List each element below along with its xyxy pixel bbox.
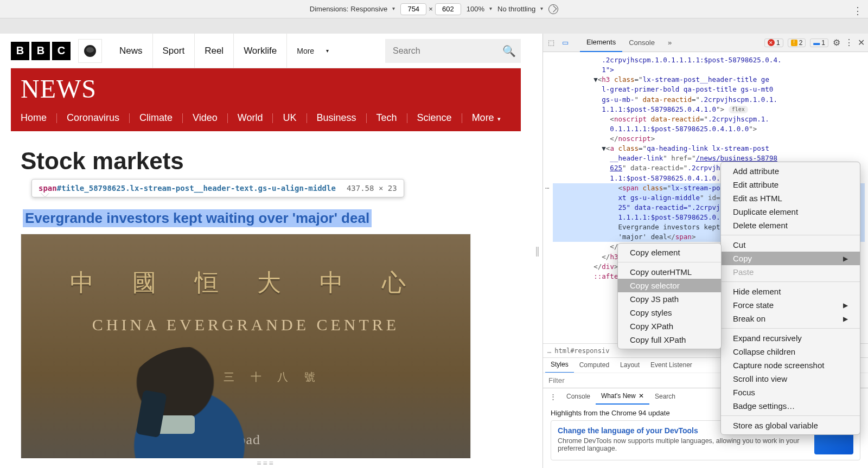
- flex-badge[interactable]: flex: [729, 106, 748, 114]
- drawer-tab-whatsnew[interactable]: What's New ✕: [596, 388, 649, 405]
- context-menu[interactable]: Add attributeEdit attributeEdit as HTMLD…: [720, 162, 860, 435]
- dimensions-label: Dimensions:: [310, 5, 349, 13]
- menu-item-add-attribute[interactable]: Add attribute: [721, 164, 860, 178]
- nav-worklife[interactable]: Worklife: [233, 34, 286, 68]
- gear-icon[interactable]: ⚙: [833, 37, 840, 48]
- account-button[interactable]: [78, 39, 102, 63]
- menu-item-focus[interactable]: Focus: [721, 386, 860, 399]
- zoom-select[interactable]: 100%: [467, 5, 492, 13]
- nav-sport[interactable]: Sport: [152, 34, 195, 68]
- width-input[interactable]: [400, 3, 426, 15]
- tab-more[interactable]: »: [661, 34, 678, 52]
- tab-eventlisteners[interactable]: Event Listener: [645, 358, 698, 373]
- news-nav: Home Coronavirus Climate Video World UK …: [11, 108, 521, 131]
- menu-item-capture-node-screenshot[interactable]: Capture node screenshot: [721, 358, 860, 372]
- drawer-tab-console[interactable]: Console: [561, 389, 596, 404]
- device-icon[interactable]: ▭: [560, 39, 570, 47]
- chevron-down-icon: ▾: [326, 34, 329, 68]
- logo-letter: C: [52, 42, 71, 60]
- menu-item-edit-attribute[interactable]: Edit attribute: [721, 178, 860, 191]
- ruler-bar: [0, 18, 868, 34]
- devtools-menu[interactable]: ⋮: [845, 37, 853, 48]
- news-title: NEWS: [11, 68, 521, 108]
- search-icon[interactable]: 🔍: [502, 44, 516, 57]
- copy-submenu[interactable]: Copy elementCopy outerHTMLCopy selectorC…: [617, 243, 722, 349]
- error-badge[interactable]: 1: [764, 39, 783, 47]
- news-nav-tech[interactable]: Tech: [376, 108, 397, 128]
- news-nav-climate[interactable]: Climate: [139, 108, 173, 128]
- account-icon: [84, 45, 96, 57]
- news-nav-uk[interactable]: UK: [283, 108, 296, 128]
- close-icon[interactable]: ✕: [858, 37, 865, 48]
- news-banner: NEWS Home Coronavirus Climate Video Worl…: [11, 68, 521, 131]
- menu-item-duplicate-element[interactable]: Duplicate element: [721, 205, 860, 219]
- news-nav-video[interactable]: Video: [193, 108, 218, 128]
- top-nav: News Sport Reel Worklife More▾: [110, 34, 378, 68]
- news-nav-business[interactable]: Business: [317, 108, 356, 128]
- drawer-menu[interactable]: ⋮: [545, 393, 561, 401]
- nav-more[interactable]: More▾: [286, 34, 339, 68]
- search-input[interactable]: [392, 46, 502, 56]
- submenu-item-copy-outerhtml[interactable]: Copy outerHTML: [618, 265, 721, 279]
- submenu-item-copy-xpath[interactable]: Copy XPath: [618, 319, 721, 333]
- menu-item-force-state[interactable]: Force state▶: [721, 298, 860, 312]
- throttling-select[interactable]: No throttling: [497, 5, 543, 13]
- menu-item-copy[interactable]: Copy▶: [721, 252, 860, 265]
- bbc-logo[interactable]: B B C: [11, 42, 71, 60]
- menu-item-collapse-children[interactable]: Collapse children: [721, 345, 860, 358]
- tab-styles[interactable]: Styles: [545, 357, 574, 373]
- submenu-item-copy-selector[interactable]: Copy selector: [618, 279, 721, 292]
- dimensions-select[interactable]: Responsive: [350, 5, 395, 13]
- menu-item-paste[interactable]: Paste: [721, 265, 860, 279]
- news-nav-more[interactable]: More▾: [472, 108, 501, 128]
- nav-reel[interactable]: Reel: [194, 34, 233, 68]
- news-nav-home[interactable]: Home: [21, 108, 47, 128]
- headline-link[interactable]: Evergrande investors kept waiting over '…: [23, 209, 372, 227]
- submenu-item-copy-js-path[interactable]: Copy JS path: [618, 292, 721, 306]
- bbc-header: B B C News Sport Reel Worklife More▾ 🔍: [11, 34, 521, 68]
- tab-computed[interactable]: Computed: [574, 358, 615, 373]
- menu-item-break-on[interactable]: Break on▶: [721, 312, 860, 325]
- inspect-icon[interactable]: ⬚: [546, 39, 556, 47]
- tab-elements[interactable]: Elements: [580, 34, 622, 52]
- menu-item-store-as-global-variable[interactable]: Store as global variable: [721, 419, 860, 432]
- tab-console[interactable]: Console: [622, 34, 661, 52]
- menu-item-scroll-into-view[interactable]: Scroll into view: [721, 372, 860, 386]
- logo-letter: B: [31, 42, 50, 60]
- news-nav-coronavirus[interactable]: Coronavirus: [67, 108, 119, 128]
- menu-item-cut[interactable]: Cut: [721, 238, 860, 252]
- devtools-toolbar: ⬚ ▭ Elements Console » 1 2 1 ⚙ ⋮ ✕: [543, 34, 868, 52]
- device-toolbar-menu[interactable]: ⋮: [853, 5, 863, 17]
- submenu-item-copy-element[interactable]: Copy element: [618, 246, 721, 259]
- card-body: Chrome DevTools now supports multiple la…: [558, 437, 808, 452]
- tab-layout[interactable]: Layout: [615, 358, 645, 373]
- submenu-item-copy-styles[interactable]: Copy styles: [618, 306, 721, 319]
- dim-times: ×: [429, 5, 433, 13]
- hero-image: 中 國 恒 大 中 心 CHINA EVERGRANDE CENTRE 打 道 …: [21, 234, 471, 458]
- issue-badge[interactable]: 1: [810, 39, 828, 47]
- menu-item-edit-as-html[interactable]: Edit as HTML: [721, 191, 860, 205]
- close-tab-icon[interactable]: ✕: [639, 392, 644, 400]
- page-heading: Stock markets: [21, 148, 511, 175]
- height-input[interactable]: [435, 3, 461, 15]
- menu-item-badge-settings-[interactable]: Badge settings…: [721, 399, 860, 413]
- menu-item-hide-element[interactable]: Hide element: [721, 285, 860, 298]
- rotate-icon[interactable]: [546, 2, 560, 16]
- viewport-drag-handle[interactable]: ≡≡≡: [0, 458, 532, 468]
- inspector-tooltip: 437.58 × 23 span#title_58798625.lx-strea…: [31, 179, 404, 197]
- submenu-item-copy-full-xpath[interactable]: Copy full XPath: [618, 333, 721, 347]
- tooltip-dims: 437.58 × 23: [347, 184, 397, 193]
- logo-letter: B: [11, 42, 29, 60]
- news-nav-science[interactable]: Science: [417, 108, 452, 128]
- nav-news[interactable]: News: [110, 34, 152, 68]
- device-toolbar: Dimensions: Responsive × 100% No throttl…: [0, 0, 868, 18]
- viewport-resizer[interactable]: ‖: [532, 34, 542, 468]
- warning-badge[interactable]: 2: [788, 39, 806, 47]
- menu-item-expand-recursively[interactable]: Expand recursively: [721, 331, 860, 345]
- search-box[interactable]: 🔍: [385, 39, 521, 63]
- news-nav-world[interactable]: World: [238, 108, 263, 128]
- menu-item-delete-element[interactable]: Delete element: [721, 219, 860, 232]
- drawer-tab-search[interactable]: Search: [649, 389, 681, 404]
